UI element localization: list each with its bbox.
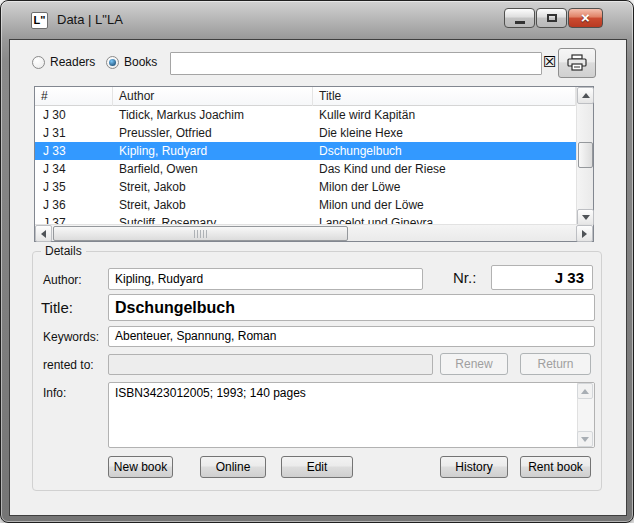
table-row[interactable]: J 33Kipling, RudyardDschungelbuch (35, 142, 576, 160)
readers-radio[interactable] (32, 56, 45, 69)
table-cell-num: J 35 (35, 178, 113, 196)
nr-label: Nr.: (453, 269, 476, 286)
arrow-down-icon (581, 437, 589, 442)
return-button: Return (520, 353, 591, 375)
printer-icon (566, 54, 588, 72)
arrow-down-icon (582, 215, 590, 220)
table-cell-title: Kulle wird Kapitän (313, 106, 576, 124)
details-legend: Details (41, 244, 86, 258)
minimize-icon (515, 21, 525, 24)
info-field[interactable]: ISBN3423012005; 1993; 140 pages (108, 382, 595, 448)
table-cell-num: J 30 (35, 106, 113, 124)
rent-book-button[interactable]: Rent book (520, 456, 591, 478)
titlebar[interactable]: L" Data | L"LA × (1, 1, 633, 39)
table-cell-author: Barfield, Owen (113, 160, 313, 178)
arrow-right-icon (582, 230, 587, 238)
maximize-button[interactable] (536, 8, 567, 28)
info-label: Info: (43, 386, 66, 400)
online-button[interactable]: Online (200, 456, 266, 478)
print-button[interactable] (558, 48, 596, 78)
app-icon-glyph: L" (34, 14, 46, 26)
table-cell-title: Die kleine Hexe (313, 124, 576, 142)
books-radio[interactable] (106, 56, 119, 69)
edit-button[interactable]: Edit (281, 456, 353, 478)
author-label: Author: (43, 273, 82, 287)
column-header-title[interactable]: Title (313, 87, 576, 106)
keywords-field[interactable]: Abenteuer, Spannung, Roman (108, 326, 595, 347)
horizontal-scroll-thumb[interactable] (53, 226, 348, 241)
info-scrollbar[interactable] (577, 383, 594, 447)
column-header-num[interactable]: # (35, 87, 113, 106)
client-area: Readers Books ☒ #AuthorTitle J 30Tidick,… (9, 39, 627, 516)
scroll-grip (194, 230, 207, 238)
table-cell-author: Preussler, Otfried (113, 124, 313, 142)
keywords-label: Keywords: (43, 330, 99, 344)
table-cell-title: Dschungelbuch (313, 142, 576, 160)
table-cell-author: Tidick, Markus Joachim (113, 106, 313, 124)
table-header: #AuthorTitle (35, 87, 576, 106)
table-cell-num: J 36 (35, 196, 113, 214)
rented-to-field (108, 354, 433, 375)
nr-field: J 33 (491, 265, 593, 290)
column-header-author[interactable]: Author (113, 87, 313, 106)
table-body: J 30Tidick, Markus JoachimKulle wird Kap… (35, 106, 576, 226)
details-group: Details Author: Kipling, Rudyard Nr.: J … (32, 251, 602, 491)
app-window: L" Data | L"LA × Readers Books ☒ (0, 0, 634, 523)
app-icon: L" (31, 12, 48, 29)
scroll-up-button[interactable] (577, 87, 594, 104)
title-label: Title: (41, 299, 73, 316)
table-row[interactable]: J 30Tidick, Markus JoachimKulle wird Kap… (35, 106, 576, 124)
table-cell-num: J 31 (35, 124, 113, 142)
books-radio-label[interactable]: Books (124, 55, 157, 69)
maximize-icon (547, 14, 557, 22)
new-book-button[interactable]: New book (108, 456, 173, 478)
clear-search-icon[interactable]: ☒ (543, 54, 556, 70)
vertical-scrollbar[interactable] (576, 87, 593, 226)
history-button[interactable]: History (440, 456, 508, 478)
window-title: Data | L"LA (57, 12, 123, 27)
vertical-scroll-thumb[interactable] (578, 142, 593, 168)
info-scroll-down-button[interactable] (577, 431, 593, 447)
table-cell-title: Das Kind und der Riese (313, 160, 576, 178)
info-scroll-up-button[interactable] (577, 383, 593, 399)
info-text: ISBN3423012005; 1993; 140 pages (115, 386, 306, 400)
renew-button: Renew (440, 353, 508, 375)
close-button[interactable]: × (568, 8, 603, 28)
table-cell-author: Kipling, Rudyard (113, 142, 313, 160)
books-table: #AuthorTitle J 30Tidick, Markus JoachimK… (34, 86, 594, 242)
table-cell-num: J 34 (35, 160, 113, 178)
scroll-left-button[interactable] (35, 225, 52, 242)
horizontal-scrollbar[interactable] (35, 224, 593, 241)
table-cell-title: Milon und der Löwe (313, 196, 576, 214)
arrow-up-icon (581, 389, 589, 394)
table-row[interactable]: J 34Barfield, OwenDas Kind und der Riese (35, 160, 576, 178)
readers-radio-label[interactable]: Readers (50, 55, 95, 69)
table-cell-num: J 33 (35, 142, 113, 160)
table-cell-title: Milon der Löwe (313, 178, 576, 196)
close-icon: × (581, 9, 590, 27)
table-row[interactable]: J 31Preussler, OtfriedDie kleine Hexe (35, 124, 576, 142)
author-field[interactable]: Kipling, Rudyard (108, 268, 423, 290)
title-field[interactable]: Dschungelbuch (108, 294, 595, 321)
minimize-button[interactable] (504, 8, 535, 28)
search-input[interactable] (170, 52, 542, 75)
table-row[interactable]: J 35Streit, JakobMilon der Löwe (35, 178, 576, 196)
arrow-left-icon (41, 230, 46, 238)
table-row[interactable]: J 36Streit, JakobMilon und der Löwe (35, 196, 576, 214)
table-cell-author: Streit, Jakob (113, 178, 313, 196)
rented-to-label: rented to: (43, 358, 94, 372)
arrow-up-icon (582, 93, 590, 98)
scroll-right-button[interactable] (576, 225, 593, 242)
table-cell-author: Streit, Jakob (113, 196, 313, 214)
